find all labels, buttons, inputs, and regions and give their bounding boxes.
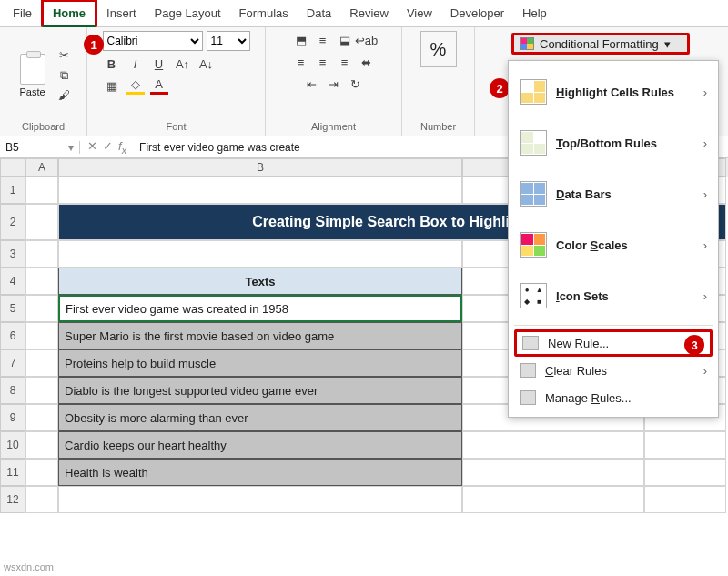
cell[interactable] (58, 177, 462, 204)
cell[interactable] (58, 486, 462, 513)
italic-button[interactable]: I (126, 55, 145, 73)
enter-formula-button[interactable]: ✓ (103, 139, 113, 156)
table-data-cell[interactable]: Proteins help to build muscle (58, 349, 462, 377)
table-data-cell[interactable]: Obesity is more alarming than ever (58, 404, 462, 431)
bold-button[interactable]: B (103, 55, 121, 73)
row-header[interactable]: 1 (0, 177, 25, 204)
cell[interactable] (462, 486, 644, 513)
align-right-button[interactable]: ≡ (336, 53, 354, 71)
cell[interactable] (462, 431, 644, 459)
cell[interactable] (462, 459, 644, 486)
chevron-right-icon: › (703, 364, 707, 378)
font-color-button[interactable]: A (150, 76, 168, 95)
cell[interactable] (644, 486, 726, 513)
cf-manage-rules[interactable]: Manage Rules... (514, 384, 713, 411)
format-painter-button[interactable]: 🖌 (56, 86, 74, 105)
new-rule-icon (522, 336, 539, 350)
decrease-font-button[interactable]: A↓ (197, 55, 216, 73)
row-header[interactable]: 3 (0, 240, 25, 268)
table-data-cell[interactable]: Health is wealth (58, 459, 462, 486)
align-bottom-button[interactable]: ⬓ (336, 31, 354, 49)
align-left-button[interactable]: ≡ (292, 53, 310, 71)
row-header[interactable]: 10 (0, 431, 25, 459)
increase-font-button[interactable]: A↑ (174, 55, 192, 73)
tab-home[interactable]: Home (41, 0, 97, 27)
cancel-formula-button[interactable]: ✕ (87, 139, 97, 156)
cell[interactable] (25, 295, 58, 322)
decrease-indent-button[interactable]: ⇤ (303, 75, 321, 93)
tab-file[interactable]: File (4, 2, 41, 25)
cell[interactable] (25, 349, 58, 377)
fx-button[interactable]: fx (118, 139, 126, 156)
tab-developer[interactable]: Developer (441, 2, 513, 25)
align-center-button[interactable]: ≡ (314, 53, 332, 71)
row-header[interactable]: 2 (0, 204, 25, 240)
cf-data-bars[interactable]: Data Bars › (514, 168, 713, 219)
align-middle-button[interactable]: ≡ (314, 31, 332, 49)
tab-data[interactable]: Data (298, 2, 340, 25)
row-header[interactable]: 8 (0, 377, 25, 404)
merge-button[interactable]: ⬌ (358, 53, 376, 71)
table-data-cell[interactable]: Super Mario is the first movie based on … (58, 322, 462, 349)
top-bottom-icon (520, 130, 547, 156)
cell[interactable] (644, 459, 726, 486)
select-all-corner[interactable] (0, 158, 25, 177)
increase-indent-button[interactable]: ⇥ (325, 75, 343, 93)
cf-icon-sets[interactable]: ●▲◆■ Icon Sets › (514, 270, 713, 321)
cell[interactable] (25, 377, 58, 404)
cf-new-rule[interactable]: New Rule... 3 (514, 329, 713, 357)
row-header[interactable]: 5 (0, 295, 25, 322)
cell[interactable] (25, 322, 58, 349)
cf-top-bottom-rules[interactable]: Top/Bottom Rules › (514, 117, 713, 168)
cell[interactable] (644, 431, 726, 459)
col-header-b[interactable]: B (58, 158, 462, 177)
tab-insert[interactable]: Insert (97, 2, 146, 25)
underline-button[interactable]: U (150, 55, 168, 73)
row-header[interactable]: 11 (0, 459, 25, 486)
cell[interactable] (58, 240, 462, 268)
table-data-cell[interactable]: Cardio keeps our heart healthy (58, 431, 462, 459)
chevron-down-icon[interactable]: ▾ (68, 141, 74, 154)
menu-label: Manage Rules... (545, 391, 707, 405)
align-top-button[interactable]: ⬒ (292, 31, 310, 49)
col-header-a[interactable]: A (25, 158, 58, 177)
tab-review[interactable]: Review (340, 2, 398, 25)
row-header[interactable]: 6 (0, 322, 25, 349)
table-data-cell[interactable]: First ever video game was created in 195… (58, 295, 462, 322)
chevron-right-icon: › (703, 289, 707, 303)
paste-button[interactable]: Paste (14, 48, 52, 103)
borders-button[interactable]: ▦ (103, 76, 121, 95)
fill-color-button[interactable]: ◇ (126, 76, 145, 95)
row-header[interactable]: 12 (0, 486, 25, 513)
row-header[interactable]: 4 (0, 268, 25, 295)
font-size-select[interactable]: 11 (207, 31, 250, 51)
cf-color-scales[interactable]: Color Scales › (514, 219, 713, 270)
table-header-cell[interactable]: Texts (58, 268, 462, 295)
tab-view[interactable]: View (398, 2, 441, 25)
cell[interactable] (25, 177, 58, 204)
copy-button[interactable]: ⧉ (56, 66, 74, 85)
font-name-select[interactable]: Calibri (103, 31, 203, 51)
cell[interactable] (25, 240, 58, 268)
cell[interactable] (25, 404, 58, 431)
cell[interactable] (25, 268, 58, 295)
orientation-button[interactable]: ↻ (347, 75, 365, 93)
wrap-text-button[interactable]: ↩ab (358, 31, 376, 49)
cut-button[interactable]: ✂ (56, 46, 74, 65)
cf-clear-rules[interactable]: Clear Rules › (514, 357, 713, 384)
conditional-formatting-button[interactable]: Conditional Formatting ▾ (511, 33, 690, 55)
tab-page-layout[interactable]: Page Layout (146, 2, 230, 25)
row-header[interactable]: 7 (0, 349, 25, 377)
cf-highlight-cells-rules[interactable]: Highlight Cells Rules › (514, 66, 713, 117)
cell[interactable] (25, 431, 58, 459)
name-box[interactable]: B5▾ (0, 141, 80, 154)
cell[interactable] (25, 459, 58, 486)
table-data-cell[interactable]: Diablo is the longest supported video ga… (58, 377, 462, 404)
cell[interactable] (25, 486, 58, 513)
menu-label: Color Scales (556, 238, 694, 252)
row-header[interactable]: 9 (0, 404, 25, 431)
tab-help[interactable]: Help (513, 2, 556, 25)
percent-style-button[interactable]: % (420, 31, 457, 67)
tab-formulas[interactable]: Formulas (230, 2, 298, 25)
cell[interactable] (25, 204, 58, 240)
